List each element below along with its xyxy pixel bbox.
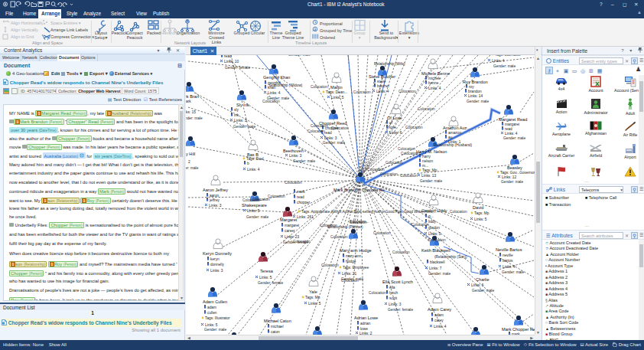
svg-text:donnelly: donnelly [210,263,224,267]
svg-text:Links: 3: Links: 3 [234,119,247,123]
svg-text:Yale: Yale [309,289,317,294]
svg-text:Links: 5: Links: 5 [247,209,260,213]
svg-text:Links: 5: Links: 5 [259,276,272,280]
svg-text:career: career [285,229,295,233]
svg-text:Mary-ann Hodge: Mary-ann Hodge [340,248,372,253]
svg-text:Links: 4: Links: 4 [505,132,518,136]
svg-text:Links: 4: Links: 4 [376,90,389,93]
svg-text:m...: m... [422,164,428,168]
svg-text:blackwell: blackwell [430,260,444,264]
svg-text:Links: 12: Links: 12 [502,175,517,179]
svg-text:amazon: amazon [448,131,461,135]
svg-text:liddy: liddy [428,220,436,224]
svg-text:Tags: Dean...: Tags: Dean... [326,90,347,94]
svg-text:uf: uf [389,121,393,125]
svg-text:Links: 5: Links: 5 [308,302,321,306]
svg-text:Links: 21: Links: 21 [342,272,357,276]
svg-text:Links: 3: Links: 3 [324,136,337,140]
svg-text:Charlie: Charlie [476,277,490,282]
svg-text:Gender: male: Gender: male [246,215,268,219]
svg-text:er: male: er: male [186,166,199,170]
svg-text:Links: 3: Links: 3 [210,269,223,273]
svg-text:sly: sly [234,108,239,112]
svg-text:Links: 7: Links: 7 [429,267,442,270]
svg-text:Links: 5: Links: 5 [474,218,487,221]
svg-text:Gender: male: Gender: male [341,277,363,281]
svg-text:Links: 3: Links: 3 [389,303,402,306]
svg-text:neville: neville [503,254,513,257]
svg-text:Relationship (Wife): Relationship (Wife) [374,62,405,66]
svg-text:Steve Butcher: Steve Butcher [369,74,395,79]
svg-text:2: 2 [188,160,190,164]
svg-text:nelson: nelson [422,159,433,163]
svg-text:Gender: male: Gender: male [267,96,289,100]
svg-text:Gender: male: Gender: male [420,179,442,183]
svg-text:y Hill: y Hill [186,152,195,156]
svg-text:Links: 5: Links: 5 [331,96,344,100]
svg-text:Links: 4: Links: 4 [492,59,505,63]
svg-text:Mark Brandon Chopper Re: Mark Brandon Chopper Re [333,188,385,192]
svg-text:Links: 4: Links: 4 [503,265,516,269]
svg-text:Colocation: Colocation [405,126,423,129]
svg-text:Links: 23: Links: 23 [285,235,300,239]
svg-text:hodge: hodge [346,260,356,263]
svg-text:love: love [389,126,396,129]
svg-text:Links: 4: Links: 4 [268,91,281,95]
svg-text:Sly Ink: Sly Ink [236,103,249,107]
svg-text:Aaron Jeffrey: Aaron Jeffrey [203,188,228,192]
svg-text:jeffrey: jeffrey [209,198,220,202]
svg-text:Links: 3: Links: 3 [209,204,222,208]
svg-text:Gender: male: Gender: male [293,159,315,163]
svg-text:mary-ann: mary-ann [346,254,362,258]
svg-text:Tags: Employee: Tags: Employee [343,266,369,270]
svg-text:Gender: male: Gender: male [428,272,450,276]
svg-text:Mark Chopper Re: Mark Chopper Re [502,327,535,332]
svg-text:Links: 13: Links: 13 [421,174,437,178]
svg-text:Tags: Illustrator: Tags: Illustrator [205,316,230,320]
svg-text:Links: 1: Links: 1 [448,140,461,144]
svg-text:adam: adam [207,306,216,309]
svg-text:Tags: Mp: Tags: Mp [474,211,490,215]
svg-text:rk Bran: rk Bran [186,94,199,99]
svg-text:adam: adam [434,313,444,317]
svg-text:Tags: Appropriate Author,Auth: Tags: Appropriate Author,Author,Best-sel… [301,210,437,214]
svg-text:brandon: brandon [468,90,482,93]
svg-text:margaret: margaret [505,123,520,126]
svg-text:Colocation: Colocation [321,263,339,267]
svg-text:Links: 10: Links: 10 [224,60,239,64]
svg-text:Colocation: Colocation [367,168,385,172]
svg-text:lowe: lowe [360,327,368,331]
svg-text:Relationship (Partner): Relationship (Partner) [327,225,363,229]
svg-text:read: read [324,131,332,135]
svg-text:nder: male: nder: male [186,116,203,120]
svg-text:Colocation: Colocation [373,231,391,235]
svg-text:Gender: male: Gender: male [502,270,524,274]
svg-text:Colocation: Colocation [392,250,410,254]
svg-text:ark: ark [186,100,191,103]
svg-text:au: au [448,136,453,139]
svg-text:Tags: Gov...Governor: Tags: Gov...Governor [500,171,535,175]
svg-text:michael: michael [271,325,284,329]
svg-text:roy: roy [469,85,474,89]
svg-text:Colocation: Colocation [401,152,418,155]
svg-text:Gender: male: Gender: male [323,141,345,145]
svg-text:Gender: male: Gender: male [288,55,311,57]
svg-text:Margaret: Margaret [280,218,298,222]
svg-text:Roy Brandon: Roy Brandon [463,80,488,84]
svg-text:Links: 4: Links: 4 [434,325,447,329]
svg-text:b: b [247,162,249,165]
svg-text:read: read [505,127,512,131]
svg-text:carey: carey [434,319,444,322]
svg-text:Adam Cullen: Adam Cullen [203,299,227,304]
svg-text:Links: 3: Links: 3 [289,154,302,158]
svg-text:chopper: chopper [297,201,311,204]
svg-text:ks: 15: ks: 15 [186,110,196,114]
svg-text:Gender: female: Gender: female [283,240,308,244]
svg-text:Amazon Auz...: Amazon Auz... [443,126,471,130]
svg-text:lynch: lynch [389,291,398,295]
svg-text:read: read [297,195,304,199]
svg-text:Colocation: Colocation [285,181,302,185]
svg-text:Links: 4: Links: 4 [247,168,260,172]
svg-text:Colocation: Colocation [353,90,371,94]
svg-text:Margaret Read: Margaret Read [499,117,527,122]
